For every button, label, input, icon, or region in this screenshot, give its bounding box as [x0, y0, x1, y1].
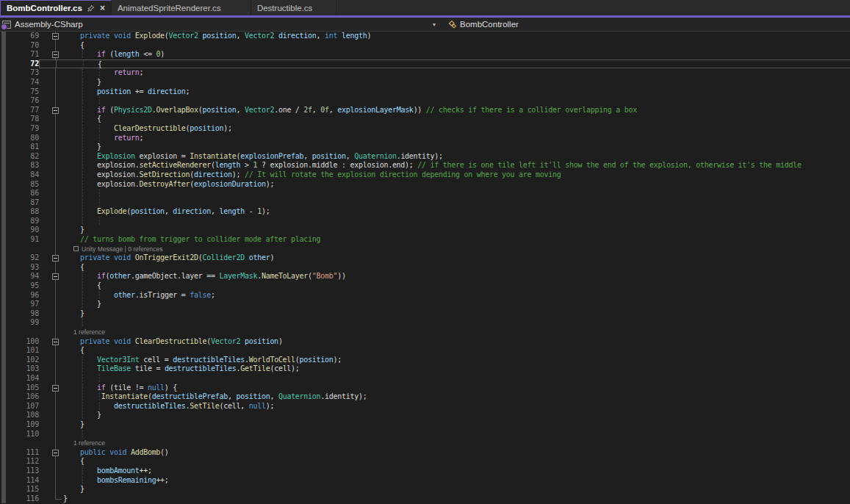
- outlining-margin: [39, 272, 63, 281]
- code-line[interactable]: 96 ┆ ┆ other.isTrigger = false;: [0, 291, 850, 300]
- fold-toggle-icon[interactable]: [52, 385, 59, 392]
- code-line[interactable]: 101 {: [0, 346, 850, 356]
- code-text: ┆ ┆: [63, 96, 114, 106]
- code-text: ┆ ┆ ClearDestructible(position);: [63, 124, 232, 134]
- project-dropdown[interactable]: Assembly-CSharp ▾: [0, 18, 439, 31]
- code-text: {: [63, 346, 84, 356]
- code-line[interactable]: 108 ┆ }: [0, 411, 850, 420]
- fold-toggle-icon[interactable]: [52, 450, 59, 456]
- code-line[interactable]: 88 ┆ Explode(position, direction, length…: [0, 207, 850, 217]
- code-editor[interactable]: 69 private void Explode(Vector2 position…: [0, 32, 850, 503]
- codelens-line[interactable]: 1 reference: [0, 439, 850, 448]
- code-text: ┆ explosion.setActiveRenderer(length > 1…: [63, 161, 802, 170]
- fold-toggle-icon[interactable]: [52, 273, 59, 280]
- code-line[interactable]: 83 ┆ explosion.setActiveRenderer(length …: [0, 161, 850, 170]
- code-line[interactable]: 91 // turns bomb from trigger to collide…: [0, 235, 850, 245]
- code-line[interactable]: 112 {: [0, 457, 850, 467]
- code-line[interactable]: 115 }: [0, 485, 850, 494]
- outlining-margin: [39, 235, 63, 245]
- pin-icon[interactable]: [87, 4, 95, 12]
- code-area[interactable]: 69 private void Explode(Vector2 position…: [0, 32, 850, 503]
- code-line[interactable]: 92 private void OnTriggerExit2D(Collider…: [0, 253, 850, 263]
- code-text: ┆ bombAmount++;: [63, 467, 152, 476]
- outlining-margin: [39, 328, 63, 337]
- code-line[interactable]: 95 ┆ {: [0, 281, 850, 291]
- outlining-margin: [39, 485, 63, 494]
- code-line[interactable]: 73 ┆ ┆ return;: [0, 68, 850, 78]
- outlining-margin: [39, 300, 63, 309]
- code-line[interactable]: 104 ┆ ┆: [0, 374, 850, 384]
- code-line[interactable]: 84 ┆ explosion.SetDirection(direction); …: [0, 170, 850, 180]
- code-line[interactable]: 111 public void AddBomb(): [0, 448, 850, 458]
- member-dropdown[interactable]: BombController: [439, 18, 519, 31]
- codelens-text: Unity Message | 0 references: [63, 245, 162, 254]
- code-line[interactable]: 107 ┆ ┆ destructibleTiles.SetTile(cell, …: [0, 402, 850, 411]
- left-margin-strip: [1, 32, 6, 503]
- outlining-margin: [39, 467, 63, 476]
- outlining-margin: [39, 152, 63, 162]
- code-line[interactable]: 113 ┆ bombAmount++;: [0, 467, 850, 476]
- fold-toggle-icon[interactable]: [52, 339, 59, 345]
- outlining-margin: [39, 50, 63, 60]
- code-line[interactable]: 110 ┆: [0, 430, 850, 439]
- code-text: ┆ position += direction;: [63, 87, 190, 97]
- code-line[interactable]: 69 private void Explode(Vector2 position…: [0, 32, 850, 41]
- outlining-margin: [39, 124, 63, 134]
- code-line[interactable]: 106 ┆ ┆Instantiate(destructiblePrefab, p…: [0, 392, 850, 402]
- code-text: ┆ if(other.gameObject.layer == LayerMask…: [63, 272, 346, 281]
- codelens-line[interactable]: 1 reference: [0, 328, 850, 337]
- chevron-down-icon[interactable]: ▾: [433, 21, 436, 28]
- tab-bombcontroller[interactable]: BombController.cs ×: [0, 0, 112, 15]
- code-line[interactable]: 99 ┆: [0, 318, 850, 328]
- outlining-margin: [39, 281, 63, 291]
- code-line[interactable]: 79 ┆ ┆ ClearDestructible(position);: [0, 124, 850, 134]
- code-line[interactable]: 75 ┆ position += direction;: [0, 87, 850, 97]
- outlining-margin: [39, 384, 63, 393]
- code-line[interactable]: 109 }: [0, 420, 850, 430]
- codelens-line[interactable]: Unity Message | 0 references: [0, 245, 850, 254]
- code-line[interactable]: 76 ┆ ┆: [0, 96, 850, 106]
- fold-toggle-icon[interactable]: [52, 51, 59, 58]
- code-line[interactable]: 72 ┆ {: [0, 60, 850, 69]
- fold-toggle-icon[interactable]: [52, 255, 59, 262]
- code-line[interactable]: 93 {: [0, 263, 850, 273]
- fold-toggle-icon[interactable]: [52, 33, 59, 40]
- code-text: {: [63, 263, 84, 273]
- outlining-margin: [39, 115, 63, 124]
- code-line[interactable]: 80 ┆ ┆ return;: [0, 134, 850, 143]
- code-line[interactable]: 71 ┆ if (length <= 0): [0, 50, 850, 60]
- code-line[interactable]: 100 private void ClearDestructible(Vecto…: [0, 337, 850, 347]
- code-text: ┆ ┆: [63, 198, 114, 208]
- code-line[interactable]: 89 ┆ ┆: [0, 217, 850, 226]
- code-line[interactable]: 90 }: [0, 226, 850, 235]
- code-line[interactable]: 78 ┆ {: [0, 115, 850, 124]
- close-icon[interactable]: ×: [100, 4, 105, 12]
- code-text: {: [63, 457, 84, 467]
- code-line[interactable]: 74 ┆ }: [0, 78, 850, 87]
- code-line[interactable]: 82 ┆ Explosion explosion = Instantiate(e…: [0, 152, 850, 162]
- code-line[interactable]: 81 ┆ }: [0, 143, 850, 152]
- outlining-margin: [39, 356, 63, 365]
- code-line[interactable]: 77 ┆ if (Physics2D.OverlapBox(position, …: [0, 106, 850, 115]
- code-line[interactable]: 116}: [0, 494, 850, 504]
- code-line[interactable]: 102 ┆ Vector3Int cell = destructibleTile…: [0, 356, 850, 365]
- outlining-margin: [39, 87, 63, 97]
- tab-animatedspriterenderer[interactable]: AnimatedSpriteRenderer.cs: [112, 0, 251, 15]
- outlining-margin: [39, 180, 63, 190]
- code-line[interactable]: 105 ┆ if (tile != null) {: [0, 384, 850, 393]
- tab-destructible[interactable]: Destructible.cs: [251, 0, 336, 15]
- code-text: }: [63, 226, 84, 235]
- outlining-margin: [39, 364, 63, 374]
- code-line[interactable]: 70 {: [0, 41, 850, 51]
- code-line[interactable]: 97 ┆ }: [0, 300, 850, 309]
- code-line[interactable]: 86 ┆ ┆: [0, 189, 850, 198]
- fold-toggle-icon[interactable]: [52, 107, 59, 114]
- code-line[interactable]: 103 ┆ TileBase tile = destructibleTiles.…: [0, 364, 850, 374]
- code-line[interactable]: 98 }: [0, 309, 850, 319]
- code-text: ┆ Vector3Int cell = destructibleTiles.Wo…: [63, 356, 342, 365]
- code-line[interactable]: 94 ┆ if(other.gameObject.layer == LayerM…: [0, 272, 850, 281]
- code-line[interactable]: 114 ┆ bombsRemaining++;: [0, 476, 850, 486]
- code-text: // turns bomb from trigger to collider m…: [63, 235, 320, 245]
- code-line[interactable]: 87 ┆ ┆: [0, 198, 850, 208]
- code-line[interactable]: 85 ┆ explosion.DestroyAfter(explosionDur…: [0, 180, 850, 190]
